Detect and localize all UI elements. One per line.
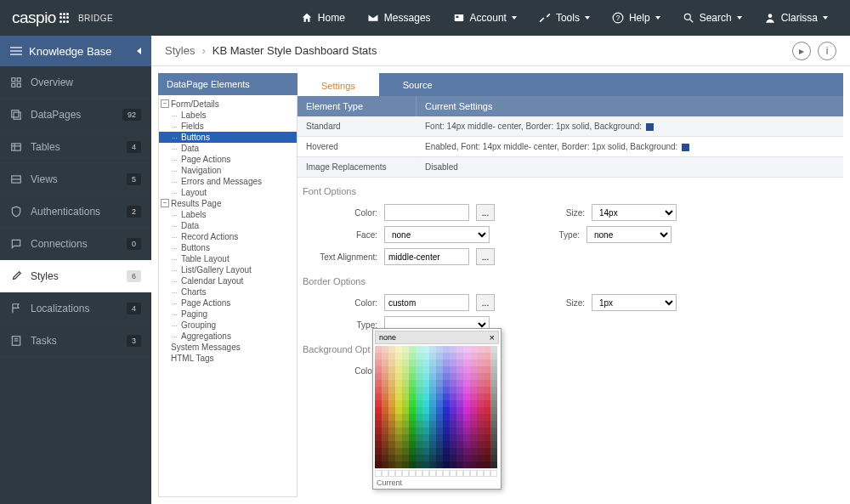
color-cell[interactable] bbox=[382, 400, 388, 407]
color-cell[interactable] bbox=[422, 434, 429, 441]
color-cell[interactable] bbox=[382, 380, 388, 387]
color-cell[interactable] bbox=[490, 414, 497, 421]
color-cell[interactable] bbox=[450, 387, 456, 394]
color-cell[interactable] bbox=[470, 360, 477, 366]
color-cell[interactable] bbox=[490, 407, 497, 414]
color-cell[interactable] bbox=[422, 428, 429, 434]
color-cell[interactable] bbox=[456, 455, 463, 462]
color-cell[interactable] bbox=[402, 470, 409, 477]
color-cell[interactable] bbox=[422, 448, 429, 455]
color-cell[interactable] bbox=[450, 394, 456, 400]
color-cell[interactable] bbox=[456, 421, 463, 428]
color-cell[interactable] bbox=[477, 394, 484, 400]
color-cell[interactable] bbox=[436, 394, 443, 400]
color-cell[interactable] bbox=[443, 434, 450, 441]
color-cell[interactable] bbox=[477, 428, 484, 434]
color-cell[interactable] bbox=[388, 366, 395, 373]
color-cell[interactable] bbox=[402, 421, 409, 428]
color-cell[interactable] bbox=[395, 462, 402, 468]
color-cell[interactable] bbox=[429, 462, 436, 468]
grid-row-image[interactable]: Image Replacements Disabled bbox=[298, 157, 843, 178]
color-cell[interactable] bbox=[388, 470, 395, 477]
color-cell[interactable] bbox=[436, 346, 443, 353]
color-cell[interactable] bbox=[477, 387, 484, 394]
color-cell[interactable] bbox=[490, 380, 497, 387]
color-cell[interactable] bbox=[388, 373, 395, 380]
color-cell[interactable] bbox=[490, 421, 497, 428]
tree-r-page[interactable]: Page Actions bbox=[159, 297, 297, 309]
color-cell[interactable] bbox=[422, 400, 429, 407]
color-cell[interactable] bbox=[395, 428, 402, 434]
font-color-input[interactable] bbox=[384, 204, 469, 221]
border-color-picker-button[interactable]: ... bbox=[476, 294, 495, 311]
color-cell[interactable] bbox=[450, 353, 456, 360]
color-cell[interactable] bbox=[443, 360, 450, 366]
color-cell[interactable] bbox=[436, 353, 443, 360]
nav-messages[interactable]: Messages bbox=[357, 0, 441, 36]
close-icon[interactable]: × bbox=[490, 332, 495, 343]
color-cell[interactable] bbox=[477, 407, 484, 414]
color-cell[interactable] bbox=[436, 455, 443, 462]
tree-r-table[interactable]: Table Layout bbox=[159, 253, 297, 264]
color-cell[interactable] bbox=[402, 353, 409, 360]
color-cell[interactable] bbox=[436, 428, 443, 434]
color-cell[interactable] bbox=[409, 470, 416, 477]
color-cell[interactable] bbox=[395, 421, 402, 428]
color-cell[interactable] bbox=[477, 462, 484, 468]
color-cell[interactable] bbox=[429, 380, 436, 387]
color-cell[interactable] bbox=[395, 455, 402, 462]
color-cell[interactable] bbox=[375, 448, 382, 455]
play-icon[interactable]: ▸ bbox=[792, 42, 811, 60]
color-cell[interactable] bbox=[416, 373, 422, 380]
color-cell[interactable] bbox=[422, 470, 429, 477]
color-cell[interactable] bbox=[402, 428, 409, 434]
sidebar-item-authentications[interactable]: Authentications 2 bbox=[0, 195, 151, 228]
color-cell[interactable] bbox=[375, 394, 382, 400]
sidebar-item-tables[interactable]: Tables 4 bbox=[0, 131, 151, 163]
grid-row-standard[interactable]: Standard Font: 14px middle- center, Bord… bbox=[298, 116, 843, 137]
tree-r-aggregations[interactable]: Aggregations bbox=[159, 331, 297, 342]
color-cell[interactable] bbox=[375, 387, 382, 394]
color-cell[interactable] bbox=[443, 414, 450, 421]
color-cell[interactable] bbox=[409, 414, 416, 421]
color-cell[interactable] bbox=[409, 394, 416, 400]
color-cell[interactable] bbox=[402, 462, 409, 468]
color-cell[interactable] bbox=[395, 380, 402, 387]
color-cell[interactable] bbox=[422, 421, 429, 428]
color-cell[interactable] bbox=[422, 455, 429, 462]
color-cell[interactable] bbox=[484, 470, 490, 477]
color-cell[interactable] bbox=[470, 441, 477, 448]
color-cell[interactable] bbox=[422, 360, 429, 366]
sidebar-item-views[interactable]: Views 5 bbox=[0, 163, 151, 195]
color-cell[interactable] bbox=[416, 470, 422, 477]
color-cell[interactable] bbox=[422, 380, 429, 387]
color-cell[interactable] bbox=[416, 394, 422, 400]
color-cell[interactable] bbox=[490, 387, 497, 394]
color-cell[interactable] bbox=[484, 353, 490, 360]
tree-r-paging[interactable]: Paging bbox=[159, 309, 297, 320]
color-cell[interactable] bbox=[443, 448, 450, 455]
color-cell[interactable] bbox=[388, 414, 395, 421]
color-cell[interactable] bbox=[443, 470, 450, 477]
tree-html[interactable]: HTML Tags bbox=[159, 353, 297, 364]
color-cell[interactable] bbox=[484, 387, 490, 394]
tree-r-data[interactable]: Data bbox=[159, 220, 297, 231]
color-cell[interactable] bbox=[470, 434, 477, 441]
color-cell[interactable] bbox=[450, 400, 456, 407]
color-cell[interactable] bbox=[375, 366, 382, 373]
color-cell[interactable] bbox=[395, 366, 402, 373]
color-cell[interactable] bbox=[382, 414, 388, 421]
color-cell[interactable] bbox=[463, 470, 470, 477]
tree-navigation[interactable]: Navigation bbox=[159, 165, 297, 176]
color-cell[interactable] bbox=[409, 366, 416, 373]
color-cell[interactable] bbox=[443, 441, 450, 448]
color-cell[interactable] bbox=[422, 366, 429, 373]
color-cell[interactable] bbox=[409, 441, 416, 448]
color-cell[interactable] bbox=[443, 455, 450, 462]
color-cell[interactable] bbox=[402, 434, 409, 441]
color-cell[interactable] bbox=[443, 380, 450, 387]
color-cell[interactable] bbox=[416, 360, 422, 366]
nav-account[interactable]: Account bbox=[443, 0, 527, 36]
color-cell[interactable] bbox=[402, 346, 409, 353]
color-cell[interactable] bbox=[375, 353, 382, 360]
